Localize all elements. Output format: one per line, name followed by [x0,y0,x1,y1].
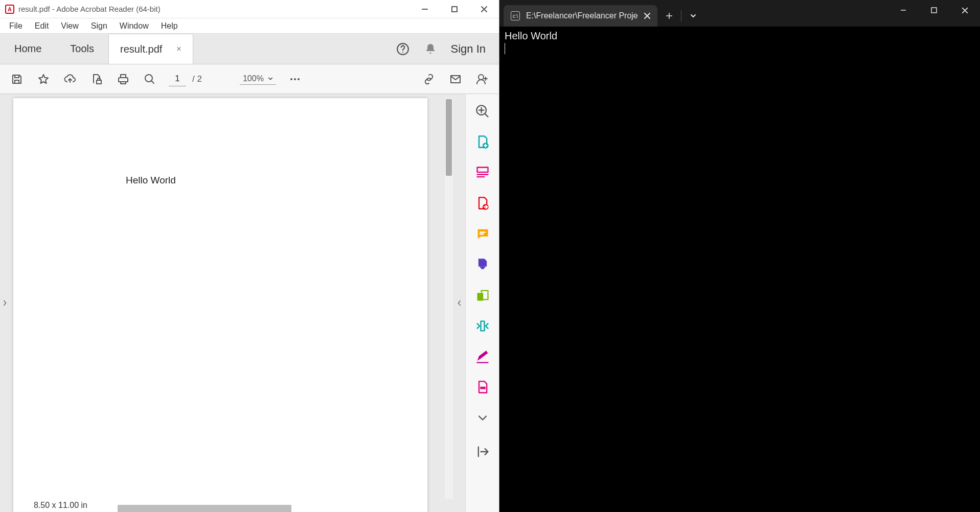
svg-rect-0 [452,7,457,12]
tool-edit-pdf-button[interactable] [474,165,491,181]
link-cloud-icon [423,73,435,85]
organize-pages-icon [475,288,490,302]
zoom-dropdown[interactable]: 100% [240,73,276,85]
file-arrow-down-icon [475,258,490,272]
acrobat-window: A result.pdf - Adobe Acrobat Reader (64-… [0,0,499,512]
window-maximize-button[interactable] [440,0,469,18]
menu-edit[interactable]: Edit [29,19,55,33]
menu-window[interactable]: Window [113,19,155,33]
bell-icon [424,43,437,55]
file-lock-icon [90,73,103,85]
acrobat-toolbar: / 2 100% [0,64,499,94]
compress-icon [475,319,490,333]
terminal-body[interactable]: Hello World [499,27,980,512]
star-button[interactable] [36,72,51,87]
pdf-page: Hello World [13,98,427,512]
page-number-input[interactable] [169,72,186,86]
zoom-value: 100% [243,74,264,83]
terminal-cursor [505,43,505,54]
svg-point-6 [294,78,296,80]
find-button[interactable] [142,72,157,87]
svg-rect-15 [477,293,483,300]
help-button[interactable] [396,42,410,56]
search-icon [144,73,156,85]
chevron-down-icon [268,76,273,81]
terminal-close-button[interactable] [949,0,980,20]
window-close-button[interactable] [469,0,499,18]
notifications-button[interactable] [423,42,438,56]
tool-compress-button[interactable] [474,318,491,334]
tool-fill-sign-button[interactable] [474,348,491,365]
tab-dropdown-button[interactable] [681,5,705,27]
terminal-tab-title: E:\Freelancer\Freelancer Proje [526,11,638,20]
sign-in-button[interactable]: Sign In [451,42,486,56]
star-icon [37,73,50,85]
tools-pane-toggle[interactable] [453,94,465,512]
user-plus-icon [476,73,488,85]
tool-create-pdf-button[interactable] [474,134,491,150]
vertical-scroll-thumb[interactable] [446,99,452,176]
pdf-page-content: Hello World [126,175,427,186]
new-tab-button[interactable] [657,5,681,27]
tool-export-pdf-button[interactable] [474,195,491,212]
more-tools-button[interactable] [287,72,303,87]
magnifier-plus-icon [475,104,490,119]
tool-combine-button[interactable] [474,257,491,273]
svg-rect-12 [477,168,488,172]
svg-point-7 [298,78,300,80]
nav-pane-toggle[interactable] [0,94,10,512]
add-user-button[interactable] [474,72,490,87]
tools-collapse-button[interactable] [474,444,491,460]
tab-document[interactable]: result.pdf × [108,34,193,64]
pen-sign-icon [475,350,490,364]
share-link-button[interactable] [421,72,437,87]
tab-document-close[interactable]: × [176,44,181,54]
close-icon [962,7,968,14]
horizontal-scroll-thumb[interactable] [118,505,291,512]
chevron-down-icon [690,12,697,19]
acrobat-titlebar[interactable]: A result.pdf - Adobe Acrobat Reader (64-… [0,0,499,18]
acrobat-menubar: File Edit View Sign Window Help [0,18,499,34]
terminal-maximize-button[interactable] [919,0,949,20]
menu-sign[interactable]: Sign [85,19,113,33]
svg-point-2 [402,51,403,52]
tool-redact-button[interactable] [474,379,491,395]
acrobat-main-area: Hello World 8.50 x 11.00 in [0,94,499,512]
plus-icon [666,12,673,19]
maximize-icon [931,7,937,13]
menu-help[interactable]: Help [155,19,184,33]
page-separator: / [192,74,195,84]
maximize-icon [451,6,458,12]
upload-cloud-button[interactable] [62,72,78,87]
tab-close-icon[interactable] [644,13,650,19]
cloud-upload-icon [64,73,76,85]
acrobat-tabs-row: Home Tools result.pdf × Sign In [0,34,499,64]
tab-tools[interactable]: Tools [56,34,108,64]
save-button[interactable] [9,72,25,87]
file-plus-icon [475,135,490,149]
help-icon [396,42,409,56]
email-button[interactable] [448,72,463,87]
page-total-label: / 2 [192,74,202,84]
terminal-minimize-button[interactable] [888,0,919,20]
tool-search-button[interactable] [474,103,491,120]
terminal-tab[interactable]: c:\ E:\Freelancer\Freelancer Proje [504,5,657,27]
acrobat-app-icon: A [5,5,14,14]
svg-point-9 [478,75,484,80]
vertical-scrollbar[interactable] [445,98,453,499]
tools-more-button[interactable] [474,410,491,426]
file-lock-button[interactable] [89,72,104,87]
chevron-left-icon [457,298,462,308]
page-total-value: 2 [197,74,201,84]
tab-home[interactable]: Home [0,34,56,64]
close-icon [481,6,487,12]
menu-file[interactable]: File [3,19,29,33]
cmd-icon: c:\ [511,11,520,20]
tool-organize-button[interactable] [474,287,491,304]
tool-comment-button[interactable] [474,226,491,242]
document-viewport[interactable]: Hello World 8.50 x 11.00 in [10,94,453,512]
menu-view[interactable]: View [55,19,84,33]
print-button[interactable] [116,72,131,87]
save-icon [11,73,23,85]
window-minimize-button[interactable] [410,0,440,18]
